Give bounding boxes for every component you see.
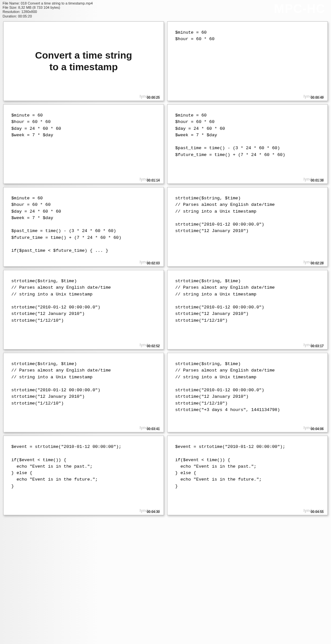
- thumbnail-grid: Convert a time string to a timestamplynd…: [0, 18, 331, 518]
- frame-timestamp: 00:01:14: [146, 179, 160, 182]
- frame-timestamp: 00:03:17: [310, 344, 324, 348]
- thumbnail-frame: strtotime($string, $time) // Parses almo…: [3, 270, 164, 350]
- resolution-label: Resolution:: [3, 10, 21, 14]
- frame-timestamp: 00:04:30: [146, 510, 160, 514]
- code-content: $minute = 60 $hour = 60 * 60: [175, 29, 320, 43]
- thumbnail-frame: $event = strtotime("2010-01-12 00:00:00"…: [167, 436, 328, 515]
- frame-timestamp: 00:02:03: [146, 261, 160, 265]
- file-size-value: 8,32 MB (8 733 104 bytes): [18, 6, 60, 9]
- header: File Name: 018 Convert a time string to …: [0, 0, 331, 18]
- thumbnail-frame: Convert a time string to a timestamplynd…: [3, 21, 164, 101]
- thumbnail-frame: $event = strtotime("2010-01-12 00:00:00"…: [3, 436, 164, 515]
- slide-title: Convert a time string to a timestamp: [35, 50, 132, 73]
- thumbnail-frame: $minute = 60 $hour = 60 * 60 $day = 24 *…: [167, 104, 328, 184]
- code-content: $minute = 60 $hour = 60 * 60 $day = 24 *…: [11, 112, 156, 139]
- thumbnail-frame: strtotime($string, $time) // Parses almo…: [3, 353, 164, 432]
- frame-timestamp: 00:00:25: [146, 96, 160, 99]
- frame-timestamp: 00:02:28: [310, 261, 324, 265]
- code-content: $event = strtotime("2010-01-12 00:00:00"…: [175, 444, 320, 490]
- code-content: strtotime($string, $time) // Parses almo…: [175, 278, 320, 324]
- file-name-label: File Name:: [3, 1, 21, 5]
- code-content: strtotime($string, $time) // Parses almo…: [11, 278, 156, 324]
- frame-timestamp: 00:02:52: [146, 344, 160, 348]
- file-name-value: 018 Convert a time string to a timestamp…: [21, 1, 93, 5]
- code-content: $event = strtotime("2010-01-12 00:00:00"…: [11, 444, 156, 490]
- frame-timestamp: 00:00:49: [310, 96, 324, 99]
- thumbnail-frame: strtotime($string, $time) // Parses almo…: [167, 353, 328, 432]
- code-content: strtotime($string, $time) // Parses almo…: [175, 361, 320, 413]
- resolution-value: 1280x800: [21, 10, 37, 14]
- code-content: strtotime($string, $time) // Parses almo…: [11, 361, 156, 407]
- frame-timestamp: 00:03:41: [146, 427, 160, 431]
- frame-timestamp: 00:04:06: [310, 427, 324, 431]
- code-content: strtotime($string, $time) // Parses almo…: [175, 195, 320, 235]
- duration-value: 00:05:20: [18, 14, 32, 18]
- thumbnail-frame: strtotime($string, $time) // Parses almo…: [167, 187, 328, 267]
- app-name: MPC-HC: [274, 2, 325, 16]
- thumbnail-frame: $minute = 60 $hour = 60 * 60 $day = 24 *…: [3, 104, 164, 184]
- thumbnail-frame: $minute = 60 $hour = 60 * 60lynda.com00:…: [167, 21, 328, 101]
- thumbnail-frame: $minute = 60 $hour = 60 * 60 $day = 24 *…: [3, 187, 164, 267]
- thumbnail-frame: strtotime($string, $time) // Parses almo…: [167, 270, 328, 350]
- duration-label: Duration:: [3, 14, 18, 18]
- frame-timestamp: 00:04:55: [310, 510, 324, 514]
- frame-timestamp: 00:01:38: [310, 179, 324, 182]
- code-content: $minute = 60 $hour = 60 * 60 $day = 24 *…: [11, 195, 156, 254]
- code-content: $minute = 60 $hour = 60 * 60 $day = 24 *…: [175, 112, 320, 158]
- file-size-label: File Size:: [3, 6, 18, 9]
